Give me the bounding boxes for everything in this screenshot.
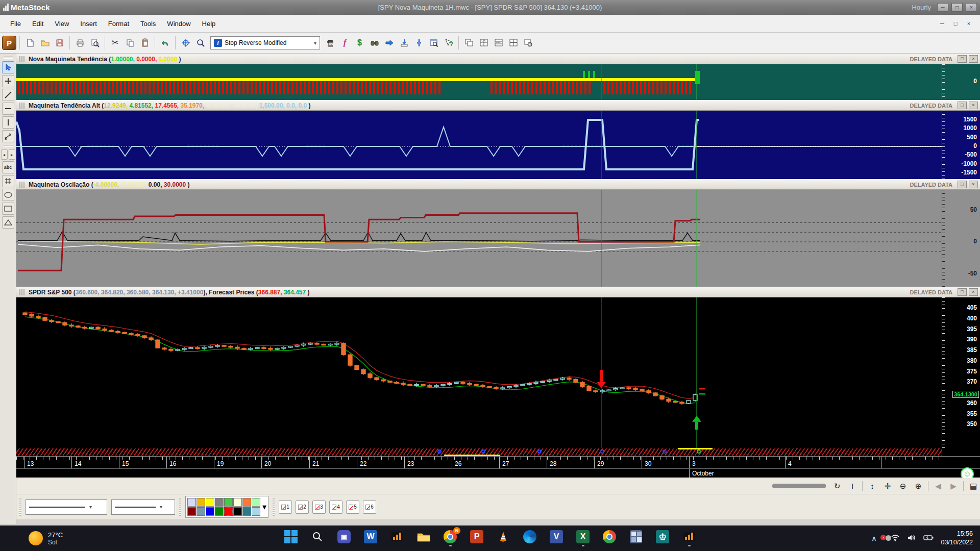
wifi-icon[interactable] bbox=[891, 534, 900, 543]
cut-button[interactable]: ✂ bbox=[108, 36, 122, 50]
panel4-plot[interactable]: 405400395390385380375370360355350364.130… bbox=[16, 297, 980, 448]
panel-restore-button[interactable]: □ bbox=[958, 181, 967, 188]
menu-file[interactable]: File bbox=[5, 18, 26, 30]
menu-view[interactable]: View bbox=[50, 18, 74, 30]
panel-close-button[interactable]: × bbox=[969, 55, 978, 63]
menu-format[interactable]: Format bbox=[103, 18, 134, 30]
color-swatch[interactable] bbox=[206, 507, 214, 516]
pointer-mode-button[interactable]: I bbox=[847, 482, 858, 490]
mdi-close-button[interactable]: × bbox=[963, 18, 975, 29]
color-swatch[interactable] bbox=[187, 498, 196, 507]
taskbar-metastock-icon[interactable] bbox=[389, 530, 405, 547]
data-window-button[interactable]: ▤ bbox=[968, 482, 979, 491]
grid-tool[interactable] bbox=[2, 175, 14, 187]
clock[interactable]: 15:56 03/10/2022 bbox=[941, 530, 973, 547]
indicator-builder-button[interactable]: ƒ bbox=[338, 36, 352, 50]
taskbar-visio-icon[interactable]: V bbox=[549, 530, 564, 547]
open-button[interactable] bbox=[38, 36, 52, 50]
color-swatch[interactable] bbox=[252, 507, 260, 516]
scroll-left-button[interactable]: ◀ bbox=[933, 482, 944, 491]
scroll-right-tool[interactable]: ▸ bbox=[9, 149, 15, 160]
taskbar-word-icon[interactable]: W bbox=[363, 530, 378, 547]
color-swatch[interactable] bbox=[224, 498, 233, 507]
color-swatch[interactable] bbox=[242, 498, 251, 507]
mdi-restore-button[interactable]: □ bbox=[949, 18, 962, 29]
panel2-header[interactable]: Maquineta Tendência Alt (12.9249, 4.8155… bbox=[16, 100, 980, 111]
scroll-right-button[interactable]: ▶ bbox=[948, 482, 959, 491]
menu-insert[interactable]: Insert bbox=[75, 18, 102, 30]
menu-help[interactable]: Help bbox=[197, 18, 221, 30]
taskbar-calculator-icon[interactable] bbox=[628, 530, 644, 547]
layout-button-5[interactable]: 5 bbox=[346, 500, 359, 514]
panel1-header[interactable]: Nova Maquineta Tendência (1.00000, 0.000… bbox=[16, 54, 980, 64]
expert-advisor-dropdown[interactable]: f Stop Reverse Modified ▾ bbox=[210, 36, 320, 49]
tile-windows-button[interactable] bbox=[477, 36, 491, 50]
panel-close-button[interactable]: × bbox=[969, 288, 978, 296]
color-swatch[interactable] bbox=[233, 498, 242, 507]
window-settings-button[interactable] bbox=[521, 36, 535, 50]
semilog-tool[interactable]: SL bbox=[2, 130, 14, 142]
paste-button[interactable] bbox=[138, 36, 152, 50]
ellipse-tool[interactable] bbox=[2, 189, 14, 201]
color-swatch[interactable] bbox=[197, 498, 205, 507]
taskbar-edge-icon[interactable] bbox=[522, 530, 537, 547]
color-swatch[interactable] bbox=[252, 498, 260, 507]
panel-restore-button[interactable]: □ bbox=[958, 102, 967, 109]
trendline-tool[interactable] bbox=[2, 89, 14, 101]
tile-charts-button[interactable] bbox=[492, 36, 505, 50]
taskbar-excel-icon[interactable]: X bbox=[575, 530, 591, 547]
color-swatch[interactable] bbox=[197, 507, 205, 516]
color-swatch[interactable] bbox=[215, 498, 224, 507]
taskbar-vlc-icon[interactable] bbox=[496, 530, 511, 547]
layout-button-1[interactable]: 1 bbox=[279, 500, 292, 514]
zoom-in-button[interactable]: ⊕ bbox=[913, 482, 924, 491]
chevron-down-icon[interactable]: ▾ bbox=[262, 502, 266, 512]
layout-button-6[interactable]: 6 bbox=[363, 500, 376, 514]
color-swatch[interactable] bbox=[187, 507, 196, 516]
color-swatch[interactable] bbox=[233, 507, 242, 516]
downloader-button[interactable] bbox=[397, 36, 411, 50]
cascade-windows-button[interactable] bbox=[462, 36, 476, 50]
menu-window[interactable]: Window bbox=[162, 18, 195, 30]
mdi-minimize-button[interactable]: ─ bbox=[936, 18, 948, 29]
scrollbar-thumb[interactable] bbox=[772, 484, 826, 488]
weather-widget[interactable]: 27°C Sol bbox=[0, 531, 194, 546]
system-report-button[interactable] bbox=[427, 36, 440, 50]
color-swatch[interactable] bbox=[242, 507, 251, 516]
minimize-button[interactable]: ─ bbox=[937, 3, 948, 12]
taskbar-start-icon[interactable] bbox=[283, 530, 299, 547]
crosshair-button[interactable] bbox=[179, 36, 192, 50]
save-button[interactable] bbox=[53, 36, 66, 50]
text-tool[interactable]: abc bbox=[2, 161, 14, 173]
copy-button[interactable] bbox=[123, 36, 137, 50]
color-swatch[interactable] bbox=[215, 507, 224, 516]
line-style-dropdown[interactable]: ▾ bbox=[26, 499, 107, 515]
panel-close-button[interactable]: × bbox=[969, 102, 978, 109]
battery-icon[interactable] bbox=[923, 534, 934, 542]
crosshair-tool[interactable] bbox=[2, 75, 14, 87]
vertical-line-tool[interactable] bbox=[2, 116, 14, 129]
refresh-button[interactable]: ↻ bbox=[831, 482, 843, 491]
explorer-button[interactable] bbox=[368, 36, 381, 50]
triangle-tool[interactable] bbox=[2, 216, 14, 229]
print-preview-button[interactable] bbox=[88, 36, 102, 50]
panel-close-button[interactable]: × bbox=[969, 181, 978, 188]
close-button[interactable]: × bbox=[966, 3, 977, 12]
color-swatch[interactable] bbox=[224, 507, 233, 516]
zoom-button[interactable] bbox=[193, 36, 207, 50]
panel3-plot[interactable]: 500-50 bbox=[16, 190, 980, 287]
scroll-left-tool[interactable]: ◂ bbox=[1, 149, 8, 160]
menu-edit[interactable]: Edit bbox=[27, 18, 48, 30]
resize-vertical-button[interactable]: ↕ bbox=[867, 482, 878, 490]
quotes-button[interactable]: $ bbox=[353, 36, 366, 50]
taskbar-search-icon[interactable] bbox=[310, 530, 325, 547]
undo-button[interactable] bbox=[158, 36, 172, 50]
taskbar-teams-icon[interactable]: ▣ bbox=[336, 530, 352, 547]
menu-tools[interactable]: Tools bbox=[135, 18, 161, 30]
print-button[interactable] bbox=[73, 36, 87, 50]
maximize-button[interactable]: □ bbox=[951, 3, 963, 12]
taskbar-powerpoint-icon[interactable]: P bbox=[469, 530, 484, 547]
horizontal-line-tool[interactable] bbox=[2, 103, 14, 115]
taskbar-metastock-2-icon[interactable] bbox=[681, 530, 697, 547]
line-weight-dropdown[interactable]: ▾ bbox=[111, 499, 175, 515]
